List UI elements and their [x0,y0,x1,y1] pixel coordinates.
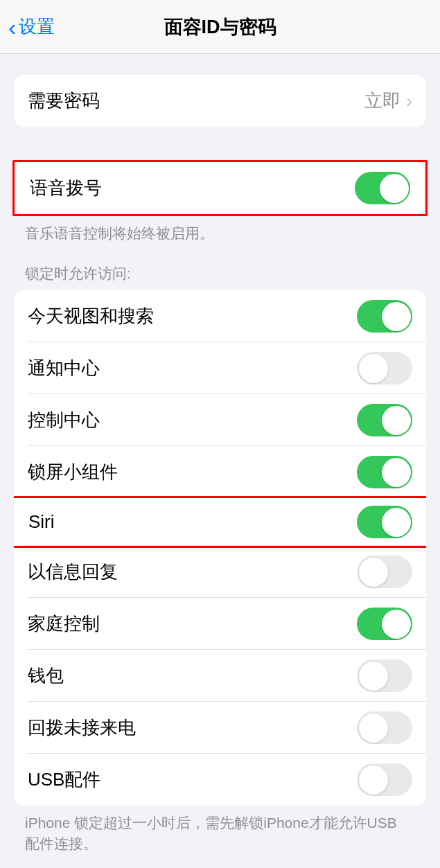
lock-access-group: 今天视图和搜索通知中心控制中心锁屏小组件Siri以信息回复家庭控制钱包回拨未接来… [14,290,426,806]
lock-access-item-label: 控制中心 [28,408,100,432]
lock-access-item-label: 通知中心 [28,356,100,380]
lock-access-item-toggle[interactable] [357,404,412,436]
lock-access-row: 家庭控制 [14,598,426,650]
voice-dial-row: 语音拨号 [16,162,424,214]
lock-access-item-toggle[interactable] [357,456,412,488]
lock-access-item-label: USB配件 [28,768,100,792]
lock-access-item-label: 家庭控制 [28,612,100,636]
toggle-knob [382,458,411,487]
lock-access-item-label: 回拨未接来电 [28,716,136,740]
lock-access-header: 锁定时允许访问: [0,264,440,290]
lock-access-row: 回拨未接来电 [14,702,426,754]
lock-access-row: 锁屏小组件 [14,446,426,498]
lock-access-item-toggle[interactable] [357,711,412,744]
lock-access-row: 控制中心 [14,394,426,446]
lock-access-item-label: 今天视图和搜索 [28,304,154,328]
toggle-knob [359,714,388,743]
toggle-knob [359,662,388,691]
voice-dial-label: 语音拨号 [30,176,102,200]
toggle-knob [359,354,388,383]
lock-access-row: 通知中心 [14,342,426,394]
require-passcode-value: 立即 [364,89,401,113]
require-passcode-label: 需要密码 [28,89,100,113]
lock-access-row: Siri [14,496,426,548]
toggle-knob [382,302,411,331]
page-title: 面容ID与密码 [164,15,276,39]
toggle-knob [359,765,388,795]
lock-access-item-toggle[interactable] [357,659,412,692]
lock-access-item-label: 以信息回复 [28,560,118,584]
lock-access-item-toggle[interactable] [357,763,412,796]
chevron-right-icon: › [406,90,412,112]
chevron-left-icon: ‹ [8,15,16,39]
lock-access-item-toggle[interactable] [357,300,412,333]
lock-access-item-toggle[interactable] [357,608,412,640]
navigation-bar: ‹ 设置 面容ID与密码 [0,0,440,54]
require-passcode-group: 需要密码 立即 › [14,75,426,127]
lock-access-item-label: 钱包 [28,664,64,688]
back-button[interactable]: ‹ 设置 [8,15,55,39]
lock-access-row: 以信息回复 [14,546,426,598]
require-passcode-row[interactable]: 需要密码 立即 › [14,75,426,127]
voice-dial-toggle[interactable] [355,172,410,204]
back-label: 设置 [19,15,55,39]
lock-access-row: 钱包 [14,650,426,702]
lock-access-footer: iPhone 锁定超过一小时后，需先解锁iPhone才能允许USB 配件连接。 [0,806,440,853]
lock-access-item-label: 锁屏小组件 [28,460,118,484]
voice-dial-group: 语音拨号 [16,162,424,214]
toggle-knob [382,406,411,435]
lock-access-row: USB配件 [14,754,426,806]
lock-access-item-toggle[interactable] [357,506,412,538]
voice-dial-highlight: 语音拨号 [12,160,428,216]
voice-dial-footer: 音乐语音控制将始终被启用。 [0,216,440,243]
toggle-knob [382,508,411,537]
lock-access-item-toggle[interactable] [357,556,412,588]
toggle-knob [380,174,409,203]
toggle-knob [359,558,388,587]
lock-access-item-toggle[interactable] [357,352,412,384]
toggle-knob [382,610,411,639]
lock-access-row: 今天视图和搜索 [14,290,426,342]
lock-access-item-label: Siri [28,511,55,533]
